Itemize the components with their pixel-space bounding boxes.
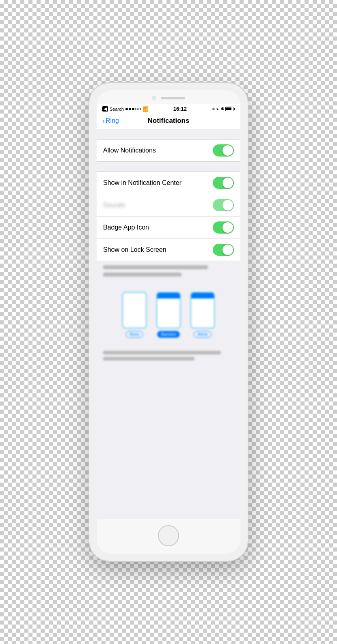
- wifi-icon: 📶: [143, 106, 149, 112]
- description-line-1: [103, 265, 208, 269]
- back-label: Ring: [106, 117, 119, 125]
- status-left: ◀ Search 📶: [102, 106, 149, 112]
- description-section: [97, 261, 240, 284]
- speaker-bar: [161, 97, 185, 99]
- phone-illus-alerts-frame: [190, 292, 215, 328]
- phone-illus-none-frame: [122, 292, 147, 328]
- section-gap-2: [97, 162, 240, 172]
- phone-illus-none: None: [120, 292, 149, 338]
- signal-dot-5: [138, 108, 141, 110]
- signal-dot-1: [125, 108, 128, 110]
- phone-device: ◀ Search 📶 16:12 ⊕ ➤ ✱: [89, 83, 248, 561]
- phone-illus-alerts-bar: [191, 293, 214, 298]
- arrow-icon: ➤: [216, 107, 219, 111]
- alert-style-illustrations: None Banners Alerts: [97, 284, 240, 346]
- phone-illus-banners-bar: [157, 293, 180, 298]
- phone-illus-alerts-label: Alerts: [194, 331, 212, 338]
- allow-notifications-toggle[interactable]: [213, 144, 234, 157]
- sounds-label: Sounds: [103, 202, 125, 209]
- location-icon: ⊕: [212, 107, 215, 111]
- signal-dot-4: [135, 108, 138, 110]
- toggle-knob: [223, 145, 233, 156]
- nav-bar: ‹ Ring Notifications: [97, 114, 240, 129]
- phone-illus-banners-label: Banners: [157, 331, 179, 338]
- battery-icon: [225, 107, 235, 111]
- status-right: ⊕ ➤ ✱: [212, 106, 235, 112]
- page-title: Notifications: [148, 117, 190, 125]
- sounds-toggle[interactable]: [213, 199, 234, 211]
- phone-illus-none-label: None: [126, 331, 143, 338]
- phone-screen: ◀ Search 📶 16:12 ⊕ ➤ ✱: [97, 90, 240, 554]
- camera-dot: [152, 96, 156, 100]
- status-bar: ◀ Search 📶 16:12 ⊕ ➤ ✱: [97, 104, 240, 114]
- toggle-knob-3: [223, 200, 233, 210]
- show-lock-screen-label: Show on Lock Screen: [103, 246, 166, 253]
- sounds-row: Sounds: [97, 194, 240, 217]
- bottom-line-1: [103, 351, 221, 354]
- show-notification-center-toggle[interactable]: [213, 177, 234, 189]
- show-notification-center-label: Show in Notification Center: [103, 179, 181, 187]
- signal-dot-3: [132, 108, 134, 110]
- bottom-description-section: [97, 346, 240, 368]
- phone-illus-banners: Banners: [154, 292, 183, 338]
- bluetooth-icon: ✱: [220, 106, 224, 112]
- back-button[interactable]: ‹ Ring: [102, 117, 119, 125]
- section-gap-1: [97, 129, 240, 139]
- toggle-knob-5: [223, 245, 233, 255]
- phone-illus-banners-frame: [156, 292, 181, 328]
- badge-app-icon-label: Badge App Icon: [103, 224, 149, 231]
- show-lock-screen-row: Show on Lock Screen: [97, 239, 240, 261]
- badge-app-icon-row: Badge App Icon: [97, 217, 240, 239]
- toggle-knob-4: [223, 222, 233, 233]
- status-time: 16:12: [173, 106, 187, 112]
- phone-illus-alerts: Alerts: [188, 292, 217, 338]
- show-lock-screen-toggle[interactable]: [213, 244, 234, 256]
- show-notification-center-row: Show in Notification Center: [97, 172, 240, 194]
- notification-options-group: Show in Notification Center Sounds Badge…: [97, 172, 240, 261]
- description-line-2: [103, 273, 181, 277]
- allow-notifications-group: Allow Notifications: [97, 139, 240, 162]
- carrier-label: Search: [110, 107, 124, 112]
- settings-content: Allow Notifications Show in Notification…: [97, 129, 240, 519]
- home-button-area: [97, 519, 240, 554]
- carrier-icon: ◀: [102, 106, 108, 112]
- allow-notifications-row: Allow Notifications: [97, 140, 240, 161]
- badge-app-icon-toggle[interactable]: [213, 221, 234, 234]
- chevron-left-icon: ‹: [102, 117, 105, 125]
- allow-notifications-label: Allow Notifications: [103, 147, 156, 154]
- signal-indicator: [125, 108, 141, 110]
- toggle-knob-2: [223, 178, 233, 188]
- bottom-line-2: [103, 357, 194, 361]
- signal-dot-2: [129, 108, 131, 110]
- home-button[interactable]: [158, 525, 179, 546]
- phone-top-bar: [97, 90, 240, 104]
